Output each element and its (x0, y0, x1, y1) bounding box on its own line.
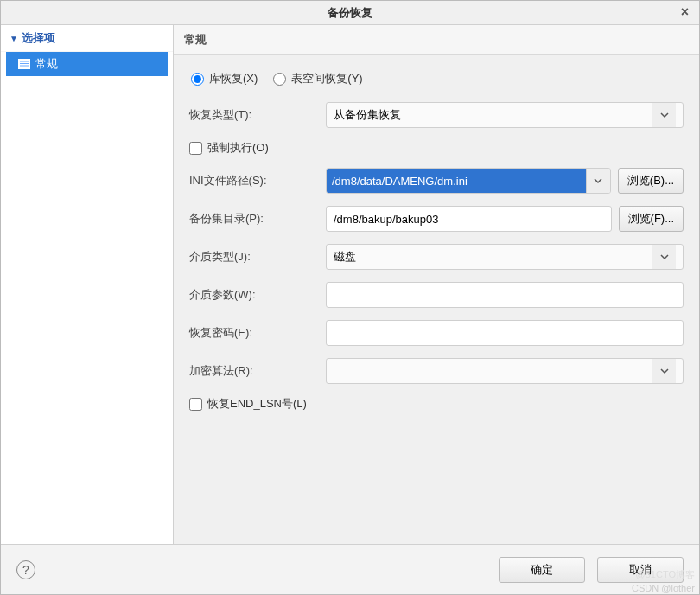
encrypt-algo-value[interactable] (334, 359, 652, 383)
end-lsn-checkbox[interactable]: 恢复END_LSN号(L) (189, 396, 307, 412)
cancel-button[interactable]: 取消 (597, 557, 684, 583)
chevron-down-icon[interactable] (652, 103, 676, 127)
force-execute-row: 强制执行(O) (189, 140, 684, 156)
backup-dir-row: 备份集目录(P): 浏览(F)... (189, 206, 684, 232)
encrypt-algo-select[interactable] (326, 358, 684, 384)
media-params-label: 介质参数(W): (189, 287, 319, 303)
force-execute-label: 强制执行(O) (207, 140, 269, 156)
radio-db-restore[interactable]: 库恢复(X) (191, 71, 258, 86)
titlebar: 备份恢复 × (1, 1, 699, 25)
restore-type-label: 恢复类型(T): (189, 107, 319, 123)
page-icon (18, 59, 30, 69)
restore-dialog: 备份恢复 × ▼ 选择项 常规 常规 库恢复(X) (0, 0, 700, 595)
ok-button[interactable]: 确定 (499, 557, 585, 583)
sidebar: ▼ 选择项 常规 (1, 25, 174, 544)
footer-actions: 确定 取消 (499, 557, 684, 583)
radio-db-restore-label: 库恢复(X) (209, 71, 258, 86)
force-execute-input[interactable] (189, 142, 202, 155)
media-type-label: 介质类型(J): (189, 249, 319, 265)
restore-type-row: 恢复类型(T): (189, 102, 684, 128)
end-lsn-row: 恢复END_LSN号(L) (189, 396, 684, 412)
footer: ? 确定 取消 (1, 544, 699, 594)
encrypt-algo-row: 加密算法(R): (189, 358, 684, 384)
ini-path-label: INI文件路径(S): (189, 173, 319, 189)
radio-tablespace-restore-label: 表空间恢复(Y) (291, 71, 362, 86)
restore-type-value[interactable] (334, 103, 652, 127)
ini-path-combo[interactable] (326, 168, 611, 194)
force-execute-checkbox[interactable]: 强制执行(O) (189, 140, 269, 156)
media-params-row: 介质参数(W): (189, 282, 684, 308)
dialog-body: ▼ 选择项 常规 常规 库恢复(X) (1, 25, 699, 544)
media-type-row: 介质类型(J): (189, 244, 684, 270)
media-type-value[interactable] (334, 245, 652, 269)
ini-path-input[interactable] (327, 169, 586, 193)
sidebar-item-label: 常规 (35, 56, 58, 72)
form: 库恢复(X) 表空间恢复(Y) 恢复类型(T): (174, 55, 699, 544)
chevron-down-icon[interactable] (586, 169, 610, 193)
sidebar-header[interactable]: ▼ 选择项 (1, 25, 173, 52)
backup-dir-input[interactable] (326, 206, 612, 232)
collapse-icon: ▼ (10, 34, 18, 43)
help-icon[interactable]: ? (16, 560, 35, 579)
encrypt-algo-label: 加密算法(R): (189, 363, 319, 379)
backup-dir-browse-button[interactable]: 浏览(F)... (619, 206, 684, 232)
end-lsn-label: 恢复END_LSN号(L) (207, 396, 307, 412)
content-panel: 常规 库恢复(X) 表空间恢复(Y) 恢复类型(T): (174, 25, 699, 544)
restore-mode-row: 库恢复(X) 表空间恢复(Y) (189, 71, 684, 86)
media-type-select[interactable] (326, 244, 684, 270)
end-lsn-input[interactable] (189, 398, 202, 411)
sidebar-item-general[interactable]: 常规 (6, 52, 168, 76)
chevron-down-icon[interactable] (652, 245, 676, 269)
dialog-title: 备份恢复 (328, 5, 372, 21)
radio-tablespace-restore-input[interactable] (273, 73, 286, 86)
restore-type-select[interactable] (326, 102, 684, 128)
radio-db-restore-input[interactable] (191, 73, 204, 86)
chevron-down-icon[interactable] (652, 359, 676, 383)
content-header: 常规 (174, 25, 699, 55)
ini-path-row: INI文件路径(S): 浏览(B)... (189, 168, 684, 194)
restore-password-row: 恢复密码(E): (189, 320, 684, 346)
restore-password-input[interactable] (326, 320, 684, 346)
close-icon[interactable]: × (678, 4, 692, 20)
radio-tablespace-restore[interactable]: 表空间恢复(Y) (273, 71, 362, 86)
backup-dir-label: 备份集目录(P): (189, 211, 319, 227)
sidebar-header-label: 选择项 (22, 30, 55, 46)
ini-path-browse-button[interactable]: 浏览(B)... (618, 168, 684, 194)
media-params-input[interactable] (326, 282, 684, 308)
restore-password-label: 恢复密码(E): (189, 325, 319, 341)
